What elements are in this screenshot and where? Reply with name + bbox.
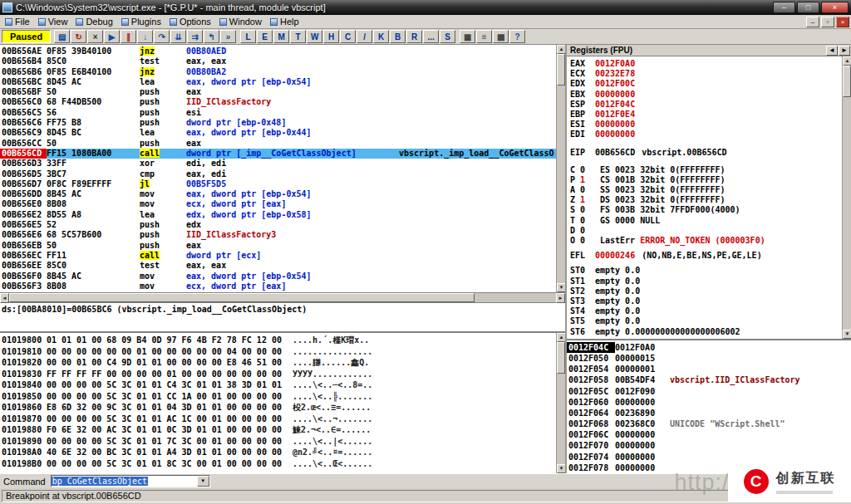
stack-row[interactable]: 0012F050 00000015 <box>567 353 851 364</box>
debug-options-icon[interactable]: ≡ <box>476 30 492 43</box>
step-over-icon[interactable]: ↷ <box>154 30 170 43</box>
register-row[interactable]: EBP0012F0E4 <box>570 110 842 120</box>
eip-row[interactable]: EIP00B656CDvbscript.00B656CD <box>570 148 842 158</box>
window-letter-button[interactable]: M <box>273 30 289 43</box>
child-minimize-button[interactable]: – <box>806 17 819 27</box>
scroll-right-icon[interactable]: ► <box>556 293 565 303</box>
dump-row[interactable]: 01019840 00 00 00 00 5C 3C 01 01 C4 3C 0… <box>0 379 556 391</box>
window-letter-button[interactable]: E <box>257 30 273 43</box>
disasm-vertical-scrollbar[interactable]: ▲ ▼ <box>556 45 565 292</box>
window-letter-button[interactable]: B <box>390 30 406 43</box>
dump-row[interactable]: 010198B0 00 00 00 00 5C 3C 01 01 8C 3C 0… <box>0 458 556 470</box>
appearance-icon[interactable]: ▩ <box>493 30 509 43</box>
fpu-row[interactable]: ST4empty 0.0 <box>570 306 842 316</box>
menu-item-file[interactable]: File <box>2 16 35 27</box>
child-close-button[interactable]: × <box>836 17 849 27</box>
patches-icon[interactable]: ▦ <box>460 30 475 43</box>
goto-icon[interactable]: » <box>220 30 236 43</box>
window-letter-button[interactable]: / <box>357 30 372 43</box>
flag-row[interactable]: C0ES 0023 32bit 0(FFFFFFFF) <box>570 165 842 175</box>
disasm-row[interactable]: 00B656EB 50 pusheax <box>0 241 556 251</box>
flag-row[interactable]: A0SS 0023 32bit 0(FFFFFFFF) <box>570 185 842 195</box>
child-restore-button[interactable]: ▫ <box>821 17 834 27</box>
fpu-row[interactable]: ST0empty 0.0 <box>570 266 842 276</box>
dump-row[interactable]: 01019890 00 00 00 00 5C 3C 01 01 7C 3C 0… <box>0 436 556 448</box>
dump-row[interactable]: 01019830 FF FF FF FF 00 00 00 00 01 00 0… <box>0 369 556 380</box>
fpu-row[interactable]: ST5empty 0.0 <box>570 316 842 326</box>
command-dropdown-icon[interactable]: ▼ <box>197 476 209 487</box>
fpu-row[interactable]: ST6empty 0.000000000000000006002 <box>570 327 842 337</box>
dump-row[interactable]: 01019850 00 00 00 00 5C 3C 01 01 CC 1A 0… <box>0 391 556 403</box>
register-row[interactable]: ESP0012F04C <box>570 100 842 110</box>
register-row[interactable]: ESI00000000 <box>570 120 842 130</box>
disasm-row[interactable]: 00B656D7 0F8C F89EFFFF jl00B5F5D5 <box>0 179 556 189</box>
dump-row[interactable]: 010198A0 40 6E 32 00 BC 3C 01 01 A4 3D 0… <box>0 447 556 458</box>
fpu-row[interactable]: ST3empty 0.0 <box>570 296 842 306</box>
flag-row[interactable]: S0FS 003B 32bit 7FFDF000(4000) <box>570 205 842 215</box>
flag-row[interactable]: Z1DS 0023 32bit 0(FFFFFFFF) <box>570 195 842 205</box>
stack-row[interactable]: 0012F06C 00000000 <box>567 429 851 440</box>
stack-row[interactable]: 0012F04C 0012F0A0 <box>567 342 851 353</box>
registers-next-icon[interactable]: ► <box>839 46 850 56</box>
window-letter-button[interactable]: C <box>340 30 356 43</box>
disasm-row[interactable]: 00B656DD 8B45 AC moveax, dword ptr [ebp-… <box>0 189 556 199</box>
window-letter-button[interactable]: ... <box>423 30 439 43</box>
disasm-row[interactable]: 00B656C6 FF75 B8 pushdword ptr [ebp-0x48… <box>0 118 556 128</box>
menu-item-help[interactable]: Help <box>267 16 304 27</box>
disasm-row[interactable]: 00B656C5 56 pushesi <box>0 108 556 118</box>
disasm-row[interactable]: 00B656C0 68 F44DB500 pushIID_IClassFacto… <box>0 97 556 107</box>
scrollbar-thumb[interactable] <box>557 342 565 374</box>
flag-row[interactable]: D0 <box>570 226 842 236</box>
dump-row[interactable]: 01019880 F0 6E 32 00 AC 3C 01 01 0C 3D 0… <box>0 424 556 436</box>
scroll-down-icon[interactable]: ▼ <box>843 330 851 339</box>
flag-row[interactable]: P1CS 001B 32bit 0(FFFFFFFF) <box>570 175 842 185</box>
close-button[interactable]: × <box>821 2 849 13</box>
efl-row[interactable]: EFL00000246(NO,NB,E,BE,NS,PE,GE,LE) <box>570 251 842 261</box>
stack-row[interactable]: 0012F060 00000000 <box>567 397 851 408</box>
stack-row[interactable]: 0012F054 00000001 <box>567 364 851 374</box>
menu-item-options[interactable]: Options <box>166 16 216 27</box>
stack-row[interactable]: 0012F05C 0012F090 <box>567 386 851 397</box>
disasm-row[interactable]: 00B656D3 33FF xoredi, edi <box>0 159 556 169</box>
command-input[interactable]: bp CoGetClassObject ▼ <box>51 475 210 487</box>
disasm-row[interactable]: 00B656AE 0F85 39B40100 jnz00B80AED <box>0 46 556 56</box>
disasm-row[interactable]: 00B656EC FF11 calldword ptr [ecx] <box>0 251 556 261</box>
menu-item-debug[interactable]: Debug <box>72 16 117 27</box>
disasm-row[interactable]: 00B656E2 8D55 A8 leaedx, dword ptr [ebp-… <box>0 210 556 220</box>
disasm-row[interactable]: 00B656E5 52 pushedx <box>0 220 556 230</box>
window-letter-button[interactable]: S <box>440 30 455 43</box>
window-letter-button[interactable]: R <box>406 30 422 43</box>
disasm-horizontal-scrollbar[interactable]: ◄ ► <box>0 293 565 303</box>
disasm-row[interactable]: 00B656E6 68 5C57B600 pushIID_IClassFacto… <box>0 230 556 240</box>
dump-row[interactable]: 01019870 00 00 00 00 5C 3C 01 01 AC 1C 0… <box>0 413 556 425</box>
disasm-row[interactable]: 00B656BF 50 pusheax <box>0 87 556 97</box>
flag-row[interactable]: T0GS 0000 NULL <box>570 216 842 226</box>
disasm-row[interactable]: 00B656D5 3BC7 cmpeax, edi <box>0 169 556 179</box>
disasm-row[interactable]: 00B656BC 8D45 AC leaeax, dword ptr [ebp-… <box>0 77 556 87</box>
animate-into-icon[interactable]: ⇊ <box>170 30 186 43</box>
registers-prev-icon[interactable]: ◄ <box>826 46 838 56</box>
stack-row[interactable]: 0012F068 002368C0 UNICODE "WScript.Shell… <box>567 418 851 429</box>
flag-row[interactable]: O0LastErrERROR_NO_TOKEN (000003F0) <box>570 236 842 246</box>
run-icon[interactable]: ▶ <box>104 30 120 43</box>
disasm-row[interactable]: 00B656CC 50 pusheax <box>0 139 556 149</box>
menu-item-window[interactable]: Window <box>216 16 267 27</box>
menu-item-view[interactable]: View <box>35 16 73 27</box>
dump-row[interactable]: 01019800 01 01 01 00 68 09 B4 0D 97 F6 4… <box>0 335 556 346</box>
step-into-icon[interactable]: ↓ <box>137 30 153 43</box>
pause-icon[interactable]: ∥ <box>121 30 136 43</box>
disasm-row[interactable]: 00B656F3 8B08 movecx, dword ptr [eax] <box>0 281 556 291</box>
disasm-row[interactable]: 00B656F0 8B45 AC moveax, dword ptr [ebp-… <box>0 272 556 281</box>
disasm-row[interactable]: 00B656C9 8D45 BC leaeax, dword ptr [ebp-… <box>0 128 556 138</box>
disasm-row[interactable]: 00B656B6 0F85 E6B40100 jnz00B80BA2 <box>0 67 556 77</box>
dump-vertical-scrollbar[interactable]: ▲ ▼ <box>556 333 565 473</box>
scrollbar-thumb[interactable] <box>9 293 475 302</box>
dump-row[interactable]: 01019820 00 00 01 00 C4 9D 01 01 00 00 0… <box>0 357 556 369</box>
register-row[interactable]: EDI00000000 <box>570 130 842 139</box>
maximize-button[interactable]: □ <box>797 2 819 13</box>
until-return-icon[interactable]: ↰ <box>204 30 219 43</box>
scroll-up-icon[interactable]: ▲ <box>843 56 851 66</box>
scroll-left-icon[interactable]: ◄ <box>0 293 9 303</box>
scrollbar-thumb[interactable] <box>843 66 851 97</box>
window-letter-button[interactable]: H <box>323 30 339 43</box>
